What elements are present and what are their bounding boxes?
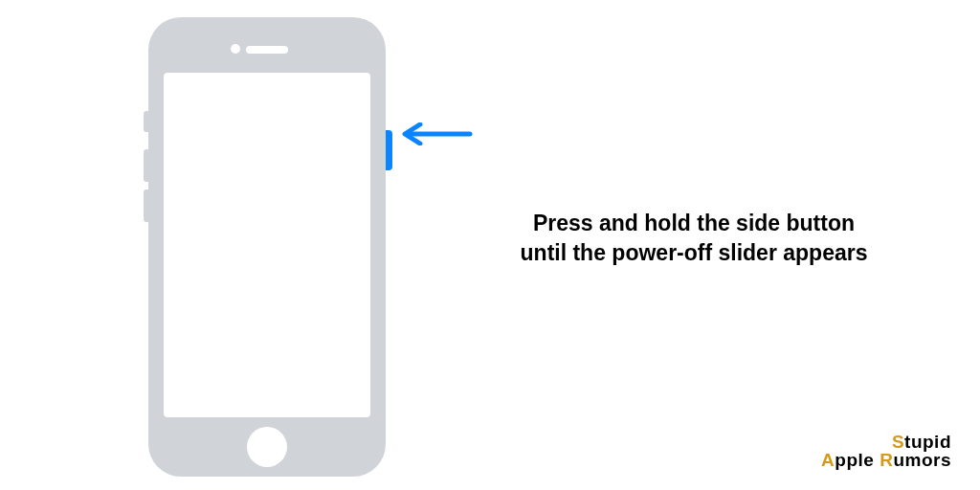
earpiece-icon <box>246 46 288 54</box>
logo-word-a: pple <box>835 450 880 470</box>
mute-switch <box>144 111 148 132</box>
logo-cap-a: A <box>821 450 835 470</box>
logo-cap-r: R <box>880 450 893 470</box>
site-logo: Stupid Apple Rumors <box>821 433 951 469</box>
home-button <box>247 427 287 467</box>
iphone-outline <box>148 17 386 477</box>
side-power-button <box>386 130 392 170</box>
volume-down-button <box>144 189 148 222</box>
diagram-canvas: Press and hold the side button until the… <box>0 0 980 490</box>
instruction-text: Press and hold the side button until the… <box>517 209 871 268</box>
phone-screen <box>164 73 370 417</box>
logo-word-b: umors <box>893 450 951 470</box>
volume-up-button <box>144 149 148 182</box>
logo-rest-1: tupid <box>904 432 951 452</box>
arrow-left-icon <box>397 122 474 145</box>
front-camera-icon <box>231 44 240 54</box>
logo-cap-s: S <box>892 432 904 452</box>
logo-line-2: Apple Rumors <box>821 451 951 469</box>
logo-line-1: Stupid <box>821 433 951 451</box>
